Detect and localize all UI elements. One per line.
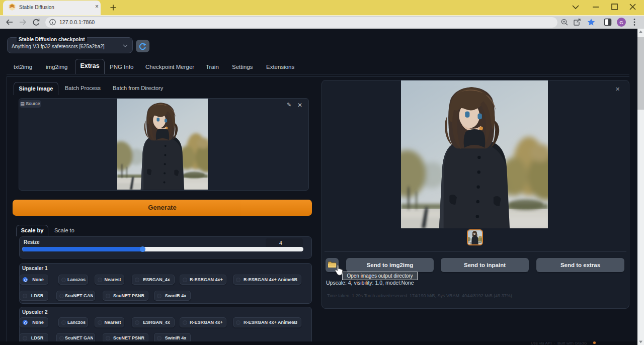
- svg-text:G: G: [619, 20, 623, 25]
